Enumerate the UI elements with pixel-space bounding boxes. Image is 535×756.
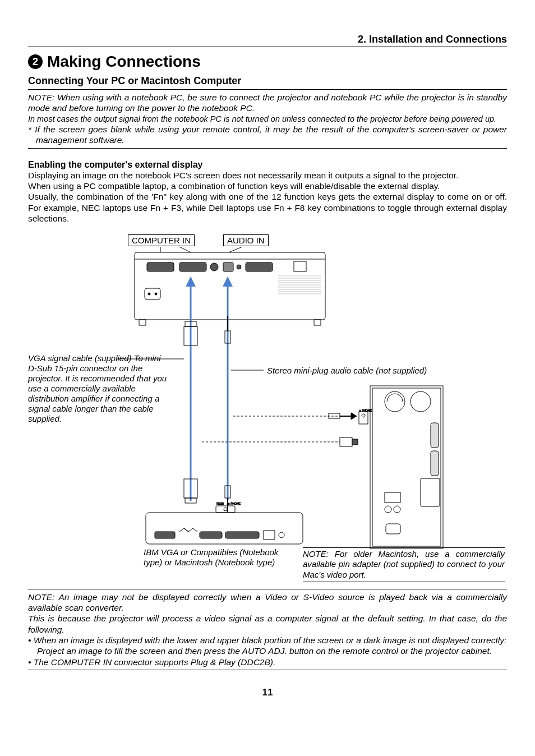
body-text: Displaying an image on the notebook PC's… [28, 170, 507, 181]
svg-rect-49 [216, 506, 235, 513]
svg-rect-46 [225, 532, 259, 538]
divider [28, 589, 507, 589]
svg-line-24 [179, 247, 191, 252]
svg-rect-38 [329, 413, 340, 418]
svg-point-65 [362, 414, 365, 417]
svg-rect-58 [431, 451, 439, 476]
main-heading: 2 Making Connections [28, 53, 507, 71]
connection-diagram: COMPUTER IN AUDIO IN [28, 234, 507, 582]
section-number-circle: 2 [28, 54, 43, 69]
body-text: Usually, the combination of the 'Fn" key… [28, 191, 507, 224]
svg-text:♫ PHONE: ♫ PHONE [228, 502, 241, 505]
svg-rect-63 [386, 524, 400, 534]
svg-point-55 [385, 391, 405, 412]
svg-rect-22 [314, 320, 321, 325]
bottom-note: NOTE: An image may not be displayed corr… [28, 592, 507, 614]
svg-marker-40 [351, 413, 357, 420]
svg-rect-64 [359, 412, 368, 424]
note-text: In most cases the output signal from the… [28, 114, 507, 124]
svg-point-50 [224, 508, 227, 511]
divider [28, 148, 507, 149]
mac-note: NOTE: For older Macintosh, use a commerc… [303, 547, 505, 582]
svg-rect-45 [200, 532, 222, 538]
svg-rect-59 [421, 478, 440, 506]
svg-point-6 [237, 265, 241, 269]
section-title: Enabling the computer's external display [28, 160, 507, 170]
svg-text:♫ PHONE: ♫ PHONE [359, 409, 372, 412]
svg-point-20 [155, 293, 157, 295]
divider [28, 89, 507, 90]
subheading: Connecting Your PC or Macintosh Computer [28, 75, 507, 87]
svg-rect-61 [385, 506, 391, 513]
stereo-cable-label: Stereo mini-plug audio cable (not suppli… [267, 366, 458, 376]
heading-text: Making Connections [47, 53, 201, 71]
note-text: NOTE: When using with a notebook PC, be … [28, 92, 507, 114]
svg-rect-57 [431, 423, 439, 448]
svg-rect-41 [340, 437, 352, 446]
svg-rect-62 [394, 506, 400, 513]
star-note: * If the screen goes blank while using y… [28, 124, 507, 146]
svg-point-4 [210, 263, 218, 271]
divider [28, 47, 507, 47]
svg-rect-44 [155, 532, 175, 538]
svg-rect-2 [147, 262, 174, 271]
page-number: 11 [28, 687, 507, 698]
svg-line-25 [229, 247, 242, 252]
svg-rect-43 [146, 513, 303, 544]
svg-rect-7 [246, 262, 273, 271]
vga-cable-label: VGA signal cable (supplied) To mini D-Su… [28, 353, 168, 424]
bottom-note-2: This is because the projector will proce… [28, 613, 507, 635]
bullet-1: • When an image is displayed with the lo… [28, 635, 507, 657]
divider [28, 670, 507, 670]
svg-text:RGB: RGB [216, 502, 224, 505]
svg-rect-18 [145, 288, 160, 299]
svg-rect-47 [264, 531, 275, 540]
svg-point-48 [279, 532, 284, 538]
bullet-2: • The COMPUTER IN connector supports Plu… [28, 657, 507, 667]
svg-point-56 [411, 391, 431, 412]
svg-rect-42 [352, 439, 358, 445]
svg-point-19 [148, 293, 150, 295]
svg-rect-60 [385, 492, 400, 503]
svg-rect-8 [294, 261, 306, 271]
chapter-title: 2. Installation and Connections [28, 34, 507, 45]
body-text: When using a PC compatible laptop, a com… [28, 181, 507, 191]
svg-rect-5 [223, 262, 233, 271]
svg-rect-21 [139, 320, 146, 325]
svg-rect-3 [179, 262, 206, 271]
ibm-label: IBM VGA or Compatibles (Notebook type) o… [144, 547, 289, 568]
